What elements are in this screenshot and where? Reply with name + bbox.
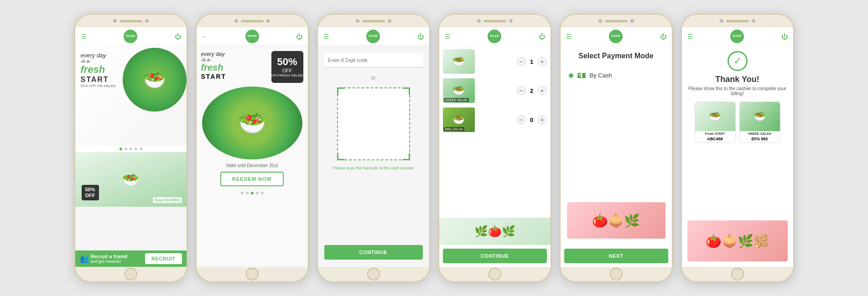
cart-emoji-2: 🥗: [452, 85, 465, 97]
phone-camera-btn-5: [630, 19, 634, 23]
home-button-5[interactable]: [610, 268, 623, 281]
check-circle: ✓: [728, 51, 748, 71]
redeem-button[interactable]: REEDEM NOW: [220, 172, 284, 186]
continue-button-4[interactable]: CONTINUE: [443, 249, 547, 263]
dot-3[interactable]: [130, 148, 132, 150]
menu-icon-3[interactable]: ☰: [323, 33, 329, 40]
phone-speaker-2: [241, 20, 264, 22]
menu-icon-4[interactable]: ☰: [445, 33, 451, 40]
phone-bottom-bar-1: [75, 267, 187, 281]
dot-2[interactable]: [125, 148, 127, 150]
qty-val-1: 1: [529, 58, 535, 65]
badge-percent: 50%: [277, 56, 297, 68]
cart-item-2: 🥗 GREEK SALAD − 2 +: [443, 78, 547, 103]
payment-title: Select Payment Mode: [567, 52, 665, 60]
recruit-button[interactable]: RECRUIT: [145, 253, 182, 264]
logo-3: fresh: [366, 30, 380, 43]
payment-option-cash[interactable]: 💵 By Cash: [567, 67, 665, 83]
power-icon-6[interactable]: ⏻: [781, 33, 788, 40]
phone-screen-2: ← fresh ⏻ every day -is a- fresh START 5…: [197, 27, 308, 267]
home-button-3[interactable]: [367, 268, 380, 281]
dot-5[interactable]: [140, 148, 142, 150]
barcode-box: [337, 87, 410, 160]
order-emoji-2: 🥗: [754, 111, 766, 122]
power-icon-1[interactable]: ⏻: [175, 33, 181, 40]
qty-val-2: 2: [529, 87, 535, 94]
dot-o1[interactable]: [241, 192, 244, 194]
phone-top-bar-4: [439, 15, 551, 27]
phone-top-bar-1: [75, 15, 187, 27]
power-icon-3[interactable]: ⏻: [417, 33, 424, 40]
cart-qty-1: − 1 +: [517, 57, 547, 66]
radio-dot: [569, 73, 573, 78]
phone-top-bar-5: [561, 15, 672, 27]
phone-camera-btn-3: [388, 19, 391, 23]
dot-o2[interactable]: [246, 192, 249, 194]
corner-tr: [403, 87, 410, 95]
phone-screen-4: ☰ fresh ⏻ 🥗 − 1 + 🥗: [439, 27, 551, 267]
order-card-1: 🥗 Fresh START ABC458: [695, 102, 736, 143]
qty-minus-1[interactable]: −: [517, 57, 526, 66]
phone-top-bar-2: [197, 15, 308, 27]
off-badge: 50% OFF: [82, 185, 99, 200]
qty-minus-3[interactable]: −: [517, 115, 526, 124]
order-code-1: ABC458: [695, 137, 735, 143]
logo-1: fresh: [124, 30, 137, 43]
recruit-info: 👥 Recruit a friend and get rewards!: [80, 254, 128, 264]
recruit-sub: and get rewards!: [91, 259, 128, 264]
dot-4[interactable]: [135, 148, 137, 150]
phone-speaker-3: [362, 20, 385, 22]
valid-text: Valid until December 31st: [226, 163, 278, 168]
dot-1[interactable]: [120, 148, 122, 150]
power-icon-4[interactable]: ⏻: [539, 33, 545, 40]
offer-dots: [241, 190, 264, 196]
home-button-4[interactable]: [489, 268, 501, 281]
qty-plus-2[interactable]: +: [538, 86, 547, 95]
home-button-1[interactable]: [125, 268, 137, 281]
qty-plus-1[interactable]: +: [538, 57, 547, 66]
or-divider: or: [371, 75, 376, 81]
thankyou-subtitle: Please show this to the cashier to compl…: [687, 86, 788, 96]
scan-body: or Please scan the barcode at the cash c…: [318, 46, 429, 267]
menu-icon-5[interactable]: ☰: [566, 33, 572, 40]
badge-off: OFF: [282, 68, 292, 73]
dot-o5[interactable]: [261, 192, 264, 194]
phone-speaker-5: [605, 20, 628, 22]
phone-2: ← fresh ⏻ every day -is a- fresh START 5…: [196, 14, 309, 282]
logo-6: fresh: [730, 30, 744, 43]
offer-badge: 50% OFF ON FRESH SALAD: [271, 51, 303, 83]
order-card-2: 🥗 GREEK SALAD EFG 892: [739, 102, 780, 143]
qty-minus-2[interactable]: −: [517, 86, 526, 95]
offer-text: every day -is a- fresh START: [201, 51, 271, 80]
home-button-2[interactable]: [246, 268, 259, 281]
home-button-6[interactable]: [731, 268, 744, 281]
continue-button-3[interactable]: CONTINUE: [324, 245, 423, 260]
hero-line1: every day: [81, 52, 116, 59]
code-input[interactable]: [324, 53, 423, 67]
dot-o4[interactable]: [256, 192, 259, 194]
recruit-title: Recruit a friend: [91, 254, 128, 259]
phone-camera-btn-4: [509, 19, 513, 23]
thankyou-title: Thank You!: [715, 75, 759, 84]
hero-text-1: every day -is a- fresh START 50% OFF ON …: [81, 52, 116, 88]
next-button-5[interactable]: NEXT: [564, 249, 668, 263]
cart-qty-2: − 2 +: [517, 86, 547, 95]
qty-plus-3[interactable]: +: [538, 115, 547, 124]
logo-2: fresh: [245, 30, 259, 43]
power-icon-5[interactable]: ⏻: [660, 33, 666, 40]
phone-1: ☰ fresh ⏻ every day -is a- fresh START 5…: [74, 14, 187, 282]
menu-icon-6[interactable]: ☰: [687, 33, 693, 40]
cart-thumb-3: 🥗 BBQ SALAD: [443, 107, 475, 132]
phone-screen-6: ☰ fresh ⏻ ✓ Thank You! Please show this …: [682, 27, 793, 267]
phone-camera-btn-1: [145, 19, 149, 23]
phone-screen-1: ☰ fresh ⏻ every day -is a- fresh START 5…: [75, 27, 187, 267]
power-icon-2[interactable]: ⏻: [296, 33, 302, 40]
menu-icon-1[interactable]: ☰: [81, 33, 87, 40]
corner-bl: [337, 153, 344, 160]
offer-line2: -is a-: [201, 57, 271, 62]
logo-4: fresh: [488, 30, 501, 43]
phone-camera-6: [720, 19, 723, 23]
cart-bottom-decoration: 🌿🍅🌿: [439, 218, 551, 245]
dot-o3[interactable]: [251, 192, 254, 194]
back-icon-2[interactable]: ←: [202, 33, 208, 40]
